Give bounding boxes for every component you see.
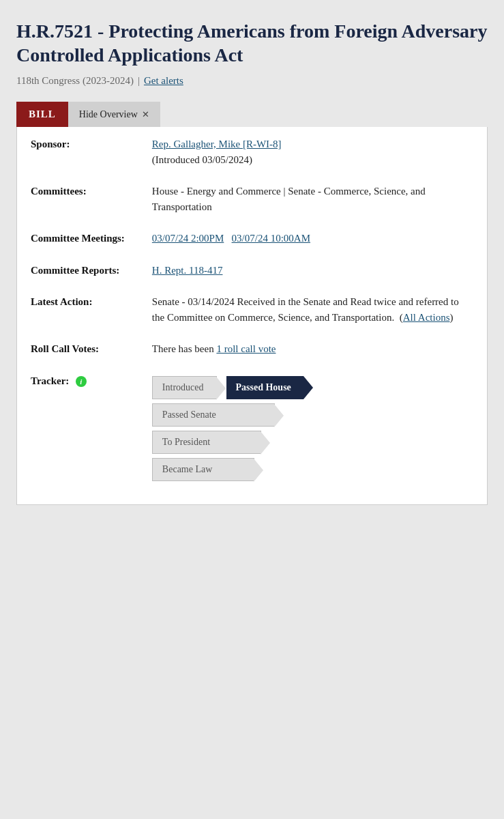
roll-call-link[interactable]: 1 roll call vote — [216, 343, 276, 354]
meeting-1-link[interactable]: 03/07/24 2:00PM — [152, 233, 224, 244]
committee-meetings-row: Committee Meetings: 03/07/24 2:00PM 03/0… — [17, 221, 487, 253]
tracker-row: Tracker: i Introduced Passed House — [17, 364, 487, 488]
congress-line: 118th Congress (2023-2024) | Get alerts — [16, 75, 488, 87]
meeting-2-link[interactable]: 03/07/24 10:00AM — [232, 233, 310, 244]
page-wrapper: H.R.7521 - Protecting Americans from For… — [0, 0, 504, 532]
step-passed-house-label: Passed House — [236, 380, 291, 394]
tracker-step-passed-house: Passed House — [226, 376, 303, 399]
tab-bill[interactable]: BILL — [16, 102, 68, 127]
committee-reports-cell: H. Rept. 118-417 — [138, 253, 487, 285]
report-link[interactable]: H. Rept. 118-417 — [152, 265, 223, 276]
latest-action-label: Latest Action: — [17, 285, 138, 332]
tracker-label: Tracker: i — [17, 364, 138, 488]
step-became-law-label: Became Law — [162, 462, 212, 476]
committee-reports-label: Committee Reports: — [17, 253, 138, 285]
roll-call-label: Roll Call Votes: — [17, 332, 138, 364]
latest-action-cell: Senate - 03/14/2024 Received in the Sena… — [138, 285, 487, 332]
committees-value: House - Energy and Commerce | Senate - C… — [138, 174, 487, 221]
sponsor-cell: Rep. Gallagher, Mike [R-WI-8] (Introduce… — [138, 127, 487, 174]
overview-card: Sponsor: Rep. Gallagher, Mike [R-WI-8] (… — [16, 127, 488, 505]
bill-title: H.R.7521 - Protecting Americans from For… — [16, 19, 488, 67]
tracker-row-3: To President — [152, 431, 473, 454]
tracker-container: Introduced Passed House Passed Senate — [152, 376, 473, 481]
sponsor-row: Sponsor: Rep. Gallagher, Mike [R-WI-8] (… — [17, 127, 487, 174]
tracker-step-became-law: Became Law — [152, 458, 254, 481]
tracker-row-2: Passed Senate — [152, 403, 473, 427]
sponsor-label: Sponsor: — [17, 127, 138, 174]
roll-call-row: Roll Call Votes: There has been 1 roll c… — [17, 332, 487, 364]
sponsor-introduced: (Introduced 03/05/2024) — [152, 154, 252, 165]
step-introduced-label: Introduced — [162, 380, 204, 394]
latest-action-row: Latest Action: Senate - 03/14/2024 Recei… — [17, 285, 487, 332]
tab-overview-label: Hide Overview — [79, 109, 138, 120]
roll-call-cell: There has been 1 roll call vote — [138, 332, 487, 364]
info-table: Sponsor: Rep. Gallagher, Mike [R-WI-8] (… — [17, 127, 487, 488]
congress-text: 118th Congress (2023-2024) — [16, 75, 134, 87]
tab-bar: BILL Hide Overview ✕ — [16, 102, 488, 127]
roll-call-prefix: There has been — [152, 343, 217, 354]
step-to-president-label: To President — [162, 435, 210, 449]
get-alerts-link[interactable]: Get alerts — [144, 75, 183, 87]
sponsor-link[interactable]: Rep. Gallagher, Mike [R-WI-8] — [152, 139, 282, 149]
all-actions-link[interactable]: All Actions — [403, 312, 450, 323]
step-passed-senate-label: Passed Senate — [162, 407, 216, 422]
tracker-info-icon[interactable]: i — [76, 376, 87, 387]
committee-reports-row: Committee Reports: H. Rept. 118-417 — [17, 253, 487, 285]
divider: | — [138, 75, 140, 87]
tab-bill-label: BILL — [29, 109, 56, 120]
committees-row: Committees: House - Energy and Commerce … — [17, 174, 487, 221]
tracker-cell: Introduced Passed House Passed Senate — [138, 364, 487, 488]
tab-overview[interactable]: Hide Overview ✕ — [68, 102, 160, 127]
committee-meetings-cell: 03/07/24 2:00PM 03/07/24 10:00AM — [138, 221, 487, 253]
tracker-row-4: Became Law — [152, 458, 473, 481]
tracker-step-introduced: Introduced — [152, 376, 217, 399]
close-icon: ✕ — [142, 109, 149, 120]
committees-label: Committees: — [17, 174, 138, 221]
committee-meetings-label: Committee Meetings: — [17, 221, 138, 253]
tracker-step-passed-senate: Passed Senate — [152, 403, 275, 427]
tracker-row-1: Introduced Passed House — [152, 376, 473, 399]
tracker-step-to-president: To President — [152, 431, 261, 454]
